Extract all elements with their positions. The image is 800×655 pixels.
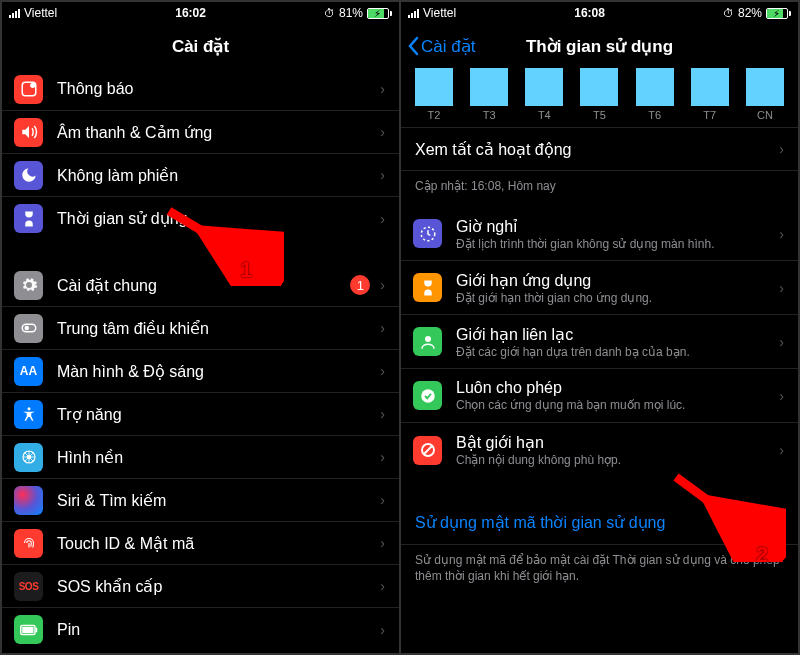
chevron-right-icon: › [380,81,385,97]
svg-point-12 [425,336,431,342]
row-label: Màn hình & Độ sáng [57,362,374,381]
row-use-screentime-passcode[interactable]: Sử dụng mật mã thời gian sử dụng [401,501,798,545]
row-thoi-gian-su-dung[interactable]: Thời gian sử dụng › [2,197,399,240]
chevron-right-icon: › [380,320,385,336]
svg-rect-9 [22,627,33,633]
row-tro-nang[interactable]: Trợ năng › [2,393,399,436]
row-label: Trung tâm điều khiển [57,319,374,338]
row-gioi-han-ung-dung[interactable]: Giới hạn ứng dụng Đặt giới hạn thời gian… [401,261,798,315]
siri-icon [14,486,43,515]
chevron-right-icon: › [779,442,784,458]
row-khong-lam-phien[interactable]: Không làm phiền › [2,154,399,197]
row-label: Trợ năng [57,405,374,424]
row-view-all-activity[interactable]: Xem tất cả hoạt động › [401,128,798,171]
carrier-label: Viettel [24,6,57,20]
navbar: Cài đặt [2,24,399,68]
status-bar: Viettel 16:08 ⏱ 82% ⚡︎ [401,2,798,24]
row-bat-gioi-han[interactable]: Bật giới hạn Chặn nội dung không phù hợp… [401,423,798,477]
row-gioi-han-lien-lac[interactable]: Giới hạn liên lạc Đặt các giới hạn dựa t… [401,315,798,369]
updated-text: Cập nhật: 16:08, Hôm nay [401,171,798,207]
notification-badge: 1 [350,275,370,295]
annotation-label-1: 1 [240,257,252,283]
row-label: Luôn cho phép [456,379,773,397]
chevron-right-icon: › [380,211,385,227]
signal-icon [408,9,419,18]
annotation-label-2: 2 [756,542,768,568]
sound-icon [14,118,43,147]
chart-day-label: T2 [428,109,441,121]
page-title: Thời gian sử dụng [526,36,673,57]
row-siri[interactable]: Siri & Tìm kiếm › [2,479,399,522]
svg-point-4 [27,407,30,410]
signal-icon [9,9,20,18]
row-sublabel: Đặt giới hạn thời gian cho ứng dụng. [456,291,773,305]
link-label: Sử dụng mật mã thời gian sử dụng [415,514,665,531]
row-cai-dat-chung[interactable]: Cài đặt chung 1 › [2,264,399,307]
carrier-label: Viettel [423,6,456,20]
chevron-right-icon: › [380,535,385,551]
row-label: Siri & Tìm kiếm [57,491,374,510]
chevron-right-icon: › [380,449,385,465]
chevron-right-icon: › [779,141,784,157]
row-sublabel: Chọn các ứng dụng mà bạn muốn mọi lúc. [456,398,773,412]
battery-icon: ⚡︎ [367,8,392,19]
wallpaper-icon [14,443,43,472]
commlimits-icon [413,327,442,356]
chevron-right-icon: › [380,406,385,422]
touchid-icon [14,529,43,558]
page-title: Cài đặt [172,36,229,57]
row-label: Pin [57,621,374,639]
row-label: Thông báo [57,80,374,98]
row-label: SOS khẩn cấp [57,577,374,596]
downtime-icon [413,219,442,248]
status-bar: Viettel 16:02 ⏱ 81% ⚡︎ [2,2,399,24]
row-touch-id[interactable]: Touch ID & Mật mã › [2,522,399,565]
chart-day-label: T4 [538,109,551,121]
chart-day-label: T6 [648,109,661,121]
settings-group-2: Cài đặt chung 1 › Trung tâm điều khiển ›… [2,264,399,651]
row-label: Giờ nghỉ [456,217,773,236]
row-pin[interactable]: Pin › [2,608,399,651]
chart-day-label: T5 [593,109,606,121]
row-sos[interactable]: SOS SOS khẩn cấp › [2,565,399,608]
row-am-thanh[interactable]: Âm thanh & Cảm ứng › [2,111,399,154]
row-trung-tam-dieu-khien[interactable]: Trung tâm điều khiển › [2,307,399,350]
chevron-right-icon: › [380,167,385,183]
back-label: Cài đặt [421,36,475,57]
row-sublabel: Chặn nội dung không phù hợp. [456,453,773,467]
chart-day-label: T7 [703,109,716,121]
row-label: Cài đặt chung [57,276,350,295]
row-sublabel: Đặt lịch trình thời gian không sử dụng m… [456,237,773,251]
chevron-right-icon: › [380,363,385,379]
status-time: 16:08 [574,6,605,20]
svg-line-15 [423,446,432,455]
row-label: Giới hạn ứng dụng [456,271,773,290]
dnd-icon [14,161,43,190]
battery-icon: ⚡︎ [766,8,791,19]
row-gio-nghi[interactable]: Giờ nghỉ Đặt lịch trình thời gian không … [401,207,798,261]
notification-icon [14,75,43,104]
chevron-right-icon: › [779,280,784,296]
battery-pct: 81% [339,6,363,20]
alarm-icon: ⏱ [324,7,335,19]
screentime-icon [14,204,43,233]
display-icon: AA [14,357,43,386]
row-hinh-nen[interactable]: Hình nền › [2,436,399,479]
back-button[interactable]: Cài đặt [407,24,475,68]
passcode-note: Sử dụng mật mã để bảo mật cài đặt Thời g… [401,545,798,602]
control-icon [14,314,43,343]
chevron-right-icon: › [779,334,784,350]
row-label: Không làm phiền [57,166,374,185]
row-thong-bao[interactable]: Thông báo › [2,68,399,111]
row-man-hinh[interactable]: AA Màn hình & Độ sáng › [2,350,399,393]
battery-pct: 82% [738,6,762,20]
usage-chart[interactable]: T2 T3 T4 T5 T6 T7 CN [401,68,798,125]
alarm-icon: ⏱ [723,7,734,19]
battery-icon [14,615,43,644]
row-luon-cho-phep[interactable]: Luôn cho phép Chọn các ứng dụng mà bạn m… [401,369,798,423]
allowed-icon [413,381,442,410]
row-label: Xem tất cả hoạt động [415,140,572,159]
sos-icon: SOS [14,572,43,601]
chevron-right-icon: › [380,124,385,140]
chart-day-label: CN [757,109,773,121]
